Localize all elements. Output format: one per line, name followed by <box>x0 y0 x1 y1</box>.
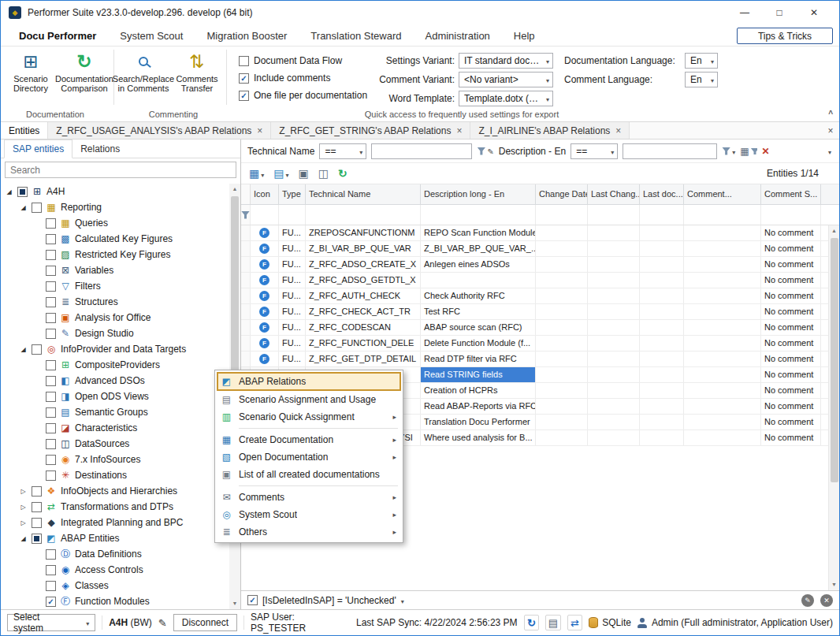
filter-funnel-edit-icon[interactable] <box>477 146 493 157</box>
tree-item-classes[interactable]: ◈Classes <box>1 578 229 593</box>
checkbox-one-file-per-documentation[interactable]: One file per documentation <box>239 90 368 101</box>
menu-item-others[interactable]: ≣Others <box>217 523 401 541</box>
scroll-down-icon[interactable]: ▼ <box>831 579 837 590</box>
table-row[interactable]: FFU...Z_RFC_ADSO_CREATE_XAnlegen eines A… <box>241 257 839 273</box>
ribbon-button-documentation-comparison[interactable]: ↻Documentation Comparison <box>58 48 111 106</box>
filter-cell[interactable] <box>684 205 761 225</box>
tree-item-integrated-planning-and-bpc[interactable]: ◆Integrated Planning and BPC <box>1 515 229 530</box>
tree-item-data-definitions[interactable]: ⒹData Definitions <box>1 546 229 562</box>
scroll-up-icon[interactable]: ▲ <box>232 184 238 195</box>
checkbox[interactable] <box>46 360 56 370</box>
menu-item-open-documentation[interactable]: ▧Open Documentation <box>217 448 401 466</box>
checkbox[interactable] <box>46 565 56 575</box>
menu-item-abap-relations[interactable]: ◩ABAP Relations <box>217 372 401 391</box>
close-tab-icon[interactable]: × <box>257 125 262 136</box>
tab-sap-entities[interactable]: SAP entities <box>4 139 72 158</box>
export-icon[interactable]: ◫ <box>318 167 329 180</box>
filter-cell[interactable] <box>588 205 640 225</box>
tree-item-variables[interactable]: ⊠Variables <box>1 262 229 278</box>
expand-open-icon[interactable] <box>4 188 14 195</box>
close-tab-icon[interactable]: × <box>456 125 462 136</box>
create-documentation-icon[interactable]: ▦ <box>249 167 264 180</box>
expand-closed-icon[interactable] <box>18 504 28 511</box>
open-documentation-icon[interactable]: ▤ <box>273 167 288 180</box>
tree-item-datasources[interactable]: ◫DataSources <box>1 436 229 452</box>
copy-entities-icon[interactable]: ▣ <box>299 167 309 180</box>
minimize-button[interactable]: — <box>727 7 762 18</box>
tree-item-semantic-groups[interactable]: ▤Semantic Groups <box>1 404 229 420</box>
filter-cell[interactable] <box>761 205 821 225</box>
tree-item-restricted-key-figures[interactable]: ▨Restricted Key Figures <box>1 247 229 262</box>
document-tab-z-rfc-get-string-s-abap-relations[interactable]: Z_RFC_GET_STRING's ABAP Relations× <box>271 122 470 139</box>
row-filter-icon[interactable] <box>241 205 251 225</box>
checkbox[interactable] <box>32 502 42 512</box>
checkbox[interactable] <box>46 439 56 449</box>
scroll-down-icon[interactable]: ▼ <box>232 598 238 609</box>
ribbon-tab-system-scout[interactable]: System Scout <box>108 26 195 46</box>
filter-cell[interactable] <box>536 205 588 225</box>
filter-value2-input[interactable] <box>623 143 717 159</box>
checkbox[interactable] <box>46 597 56 607</box>
expand-open-icon[interactable] <box>18 346 28 353</box>
expand-closed-icon[interactable] <box>18 488 28 495</box>
expand-open-icon[interactable] <box>18 204 28 211</box>
scroll-up-icon[interactable]: ▲ <box>831 225 837 236</box>
checkbox[interactable] <box>32 344 42 355</box>
ribbon-tab-docu-performer[interactable]: Docu Performer <box>7 26 108 46</box>
sync-icon[interactable]: ↻ <box>524 615 540 630</box>
grid-options-dropdown-icon[interactable] <box>828 146 833 157</box>
ribbon-tab-translation-steward[interactable]: Translation Steward <box>299 26 413 46</box>
table-row[interactable]: FFU...Z_RFC_CODESCANABAP source scan (RF… <box>241 320 839 336</box>
checkbox-include-comments[interactable]: Include comments <box>239 73 368 84</box>
ribbon-button-comments-transfer[interactable]: ⇅Comments Transfer <box>170 48 224 106</box>
tree-item-compositeproviders[interactable]: ⊞CompositeProviders <box>1 357 229 373</box>
menu-item-scenario-quick-assignment[interactable]: ▥Scenario Quick Assignment <box>217 408 401 426</box>
column-header-last-chang[interactable]: Last Chang... <box>588 184 640 204</box>
clear-filter-icon[interactable] <box>762 146 770 157</box>
settings-variant-combo[interactable]: IT standard document... <box>459 53 553 69</box>
checkbox[interactable] <box>46 218 56 229</box>
tree-item-infoobjects-and-hierarchies[interactable]: ❖InfoObjects and Hierarchies <box>1 483 229 499</box>
checkbox[interactable] <box>46 581 56 591</box>
column-header-type[interactable]: Type <box>279 184 306 204</box>
checkbox[interactable] <box>46 297 56 307</box>
checkbox[interactable] <box>46 392 56 402</box>
ribbon-tab-help[interactable]: Help <box>502 26 547 46</box>
tree-item-7-x-infosources[interactable]: ◉7.x InfoSources <box>1 452 229 467</box>
table-row[interactable]: FFU...Z_RFC_FUNCTION_DELEDelete Function… <box>241 336 839 351</box>
document-tab-z-i-airline-s-abap-relations[interactable]: Z_I_AIRLINE's ABAP Relations× <box>470 122 630 139</box>
table-row[interactable]: FFU...Z_RFC_ADSO_GETDTL_XNo comment <box>241 273 839 288</box>
checkbox[interactable] <box>17 187 28 197</box>
filter-cell[interactable] <box>640 205 684 225</box>
checkbox[interactable] <box>46 250 56 260</box>
menu-item-list-of-all-created-documentations[interactable]: ▣List of all created documentations <box>217 466 401 483</box>
filter-op2-combo[interactable]: == <box>571 143 618 159</box>
filter-cell[interactable] <box>306 205 421 225</box>
ribbon-button-search-replace-in-comments[interactable]: Search/Replace in Comments <box>117 48 170 106</box>
tree-item-destinations[interactable]: ✳Destinations <box>1 467 229 483</box>
tree-item-access-controls[interactable]: ◉Access Controls <box>1 562 229 578</box>
close-tab-icon[interactable]: × <box>615 125 621 136</box>
filter-funnel-icon[interactable] <box>722 146 735 157</box>
tree-item-transformations-and-dtps[interactable]: ⇄Transformations and DTPs <box>1 499 229 515</box>
tree-item-characteristics[interactable]: ◪Characteristics <box>1 420 229 436</box>
column-header-last-doc[interactable]: Last doc.... <box>640 184 684 204</box>
expand-closed-icon[interactable] <box>18 519 28 526</box>
table-row[interactable]: FFU...Z_RFC_CHECK_ACT_TRTest RFCNo comme… <box>241 304 839 320</box>
table-row[interactable]: FFU...ZREPOSCANFUNCTIONMREPO Scan Functi… <box>241 225 839 241</box>
checkbox[interactable] <box>46 455 56 465</box>
tree-item-queries[interactable]: ▦Queries <box>1 215 229 231</box>
document-tab-entities[interactable]: Entities <box>1 122 48 139</box>
checkbox[interactable] <box>32 486 42 497</box>
scroll-thumb[interactable] <box>831 238 838 482</box>
checkbox[interactable] <box>46 329 56 339</box>
word-template-combo[interactable]: Template.dotx (Local) <box>459 91 553 106</box>
close-filter-icon[interactable] <box>820 594 833 607</box>
tree-item-reporting[interactable]: ▦Reporting <box>1 199 229 215</box>
expand-open-icon[interactable] <box>18 535 28 542</box>
ribbon-collapse-icon[interactable] <box>828 110 833 118</box>
table-row[interactable]: FFU...Z_RFC_GET_DTP_DETAILRead DTP filte… <box>241 351 839 367</box>
comment-language-combo[interactable]: En <box>685 72 718 87</box>
tree-item-structures[interactable]: ≣Structures <box>1 294 229 310</box>
edit-filter-icon[interactable] <box>801 594 814 607</box>
